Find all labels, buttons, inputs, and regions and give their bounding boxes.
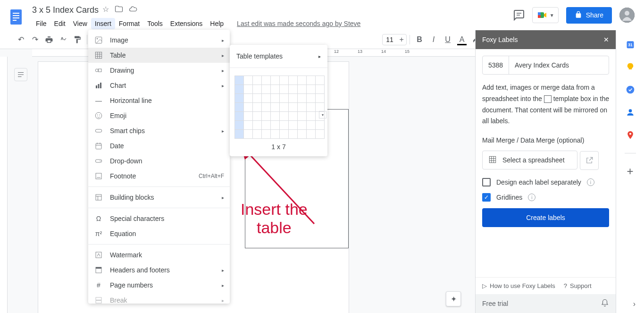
grid-cell[interactable] <box>234 111 244 121</box>
grid-cell[interactable] <box>270 129 280 139</box>
print-button[interactable] <box>42 33 56 46</box>
grid-cell[interactable] <box>261 93 271 103</box>
grid-cell[interactable] <box>315 120 325 130</box>
grid-cell[interactable] <box>261 111 271 121</box>
insert-dropdown-item[interactable]: Drop-down <box>88 153 230 169</box>
how-to-link[interactable]: ▷How to use Foxy Labels <box>482 282 555 289</box>
doc-title[interactable]: 3 x 5 Index Cards <box>32 5 99 15</box>
grid-cell[interactable] <box>252 120 262 130</box>
insert-headers-footers[interactable]: Headers and footers▸ <box>88 262 230 278</box>
cloud-status-icon[interactable] <box>129 5 137 15</box>
create-labels-button[interactable]: Create labels <box>482 208 609 227</box>
grid-cell[interactable] <box>315 85 325 94</box>
grid-cell[interactable] <box>252 102 262 112</box>
grid-cell[interactable] <box>297 85 307 94</box>
info-icon[interactable]: i <box>587 178 594 186</box>
grid-cell[interactable] <box>297 93 307 103</box>
grid-cell[interactable] <box>288 93 298 103</box>
menu-view[interactable]: View <box>69 18 91 29</box>
notification-icon[interactable] <box>601 299 609 309</box>
keep-icon[interactable] <box>626 62 635 72</box>
grid-cell[interactable] <box>243 85 253 94</box>
select-spreadsheet-button[interactable]: Select a spreadsheet <box>482 151 577 169</box>
grid-cell[interactable] <box>315 76 325 85</box>
account-avatar[interactable] <box>619 8 635 23</box>
grid-cell[interactable] <box>279 111 289 121</box>
grid-cell[interactable] <box>234 76 244 85</box>
grid-cell[interactable] <box>243 93 253 103</box>
grid-expand-button[interactable]: ▾ <box>319 111 326 118</box>
hide-sidepanel-button[interactable]: › <box>633 300 636 308</box>
table-size-grid[interactable] <box>234 76 323 138</box>
insert-smart-chips[interactable]: Smart chips▸ <box>88 123 230 138</box>
last-edit-link[interactable]: Last edit was made seconds ago by Steve <box>237 20 360 27</box>
grid-cell[interactable] <box>306 76 316 85</box>
grid-cell[interactable] <box>234 85 244 94</box>
grid-cell[interactable] <box>288 111 298 121</box>
grid-cell[interactable] <box>270 102 280 112</box>
grid-cell[interactable] <box>261 76 271 85</box>
spellcheck-button[interactable] <box>57 33 70 46</box>
grid-cell[interactable] <box>315 93 325 103</box>
docs-logo[interactable] <box>0 4 32 30</box>
grid-cell[interactable] <box>252 93 262 103</box>
info-icon[interactable]: i <box>528 194 535 201</box>
grid-cell[interactable] <box>279 129 289 139</box>
font-size-value[interactable]: 11 <box>383 36 397 43</box>
menu-tools[interactable]: Tools <box>143 18 167 29</box>
open-spreadsheet-button[interactable] <box>580 151 599 170</box>
insert-date[interactable]: Date <box>88 138 230 153</box>
insert-page-numbers[interactable]: #Page numbers▸ <box>88 278 230 293</box>
maps-icon[interactable] <box>626 130 635 140</box>
insert-drawing[interactable]: Drawing▸ <box>88 63 230 78</box>
share-button[interactable]: Share <box>566 7 612 24</box>
text-color-button[interactable]: A <box>455 33 468 46</box>
close-sidebar-button[interactable]: ✕ <box>603 36 609 43</box>
tasks-icon[interactable] <box>626 85 635 94</box>
italic-button[interactable]: I <box>427 33 440 46</box>
bold-button[interactable]: B <box>413 33 426 46</box>
grid-cell[interactable] <box>297 120 307 130</box>
insert-image[interactable]: Image▸ <box>88 33 230 48</box>
table-templates[interactable]: Table templates▸ <box>230 48 327 65</box>
grid-cell[interactable] <box>288 76 298 85</box>
paint-format-button[interactable] <box>71 33 84 46</box>
menu-edit[interactable]: Edit <box>50 18 69 29</box>
insert-special-chars[interactable]: ΩSpecial characters <box>88 211 230 226</box>
grid-cell[interactable] <box>297 111 307 121</box>
grid-cell[interactable] <box>234 102 244 112</box>
underline-button[interactable]: U <box>441 33 454 46</box>
move-icon[interactable] <box>115 5 123 15</box>
insert-table[interactable]: Table▸ <box>88 48 230 63</box>
grid-cell[interactable] <box>261 102 271 112</box>
grid-cell[interactable] <box>279 85 289 94</box>
insert-emoji[interactable]: Emoji <box>88 108 230 123</box>
add-addon-button[interactable]: + <box>626 167 635 176</box>
grid-cell[interactable] <box>288 120 298 130</box>
grid-cell[interactable] <box>243 111 253 121</box>
menu-extensions[interactable]: Extensions <box>167 18 206 29</box>
comment-history-icon[interactable] <box>513 9 525 21</box>
calendar-icon[interactable]: 31 <box>626 40 635 49</box>
grid-cell[interactable] <box>261 120 271 130</box>
undo-button[interactable]: ↶ <box>14 33 27 46</box>
menu-file[interactable]: File <box>32 18 50 29</box>
grid-cell[interactable] <box>315 129 325 139</box>
grid-cell[interactable] <box>252 85 262 94</box>
support-link[interactable]: ?Support <box>564 282 592 289</box>
grid-cell[interactable] <box>297 102 307 112</box>
insert-hline[interactable]: —Horizontal line <box>88 93 230 108</box>
gridlines-checkbox[interactable]: ✓ Gridlines i <box>482 193 609 202</box>
grid-cell[interactable] <box>306 120 316 130</box>
grid-cell[interactable] <box>234 120 244 130</box>
grid-cell[interactable] <box>270 85 280 94</box>
grid-cell[interactable] <box>315 102 325 112</box>
insert-break[interactable]: Break▸ <box>88 293 230 304</box>
grid-cell[interactable] <box>243 129 253 139</box>
grid-cell[interactable] <box>297 129 307 139</box>
grid-cell[interactable] <box>279 120 289 130</box>
document-outline-button[interactable] <box>14 68 27 81</box>
grid-cell[interactable] <box>261 85 271 94</box>
grid-cell[interactable] <box>306 111 316 121</box>
grid-cell[interactable] <box>297 76 307 85</box>
